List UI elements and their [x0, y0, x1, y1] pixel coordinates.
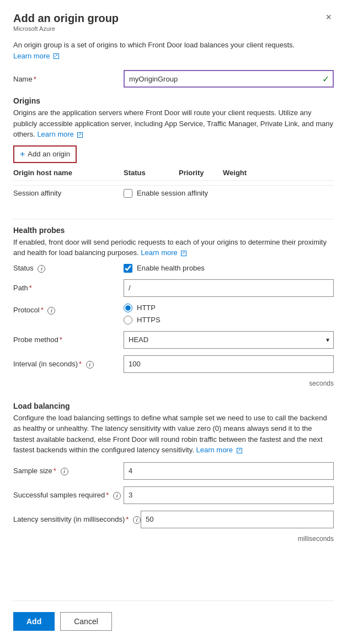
load-balancing-section: Load balancing Configure the load balanc… — [13, 402, 334, 548]
name-input[interactable] — [124, 70, 334, 88]
panel-header: Add an origin group Microsoft Azure × — [13, 11, 334, 39]
intro-description: An origin group is a set of origins to w… — [13, 40, 334, 61]
name-input-wrapper: ✓ — [124, 70, 334, 88]
origins-external-link-icon — [77, 132, 83, 138]
name-valid-checkmark: ✓ — [322, 74, 329, 84]
load-balancing-learn-more-link[interactable]: Learn more — [196, 446, 242, 454]
close-button[interactable]: × — [323, 11, 334, 23]
successful-samples-row: Successful samples required* i — [13, 486, 334, 504]
http-radio[interactable] — [124, 304, 132, 312]
session-affinity-checkbox[interactable] — [124, 189, 132, 198]
health-probes-section: Health probes If enabled, front door wil… — [13, 226, 334, 393]
name-label: Name* — [13, 75, 124, 83]
origins-description: Origins are the application servers wher… — [13, 107, 334, 140]
enable-health-probes-label: Enable health probes — [137, 264, 205, 272]
health-probes-description: If enabled, front door will send periodi… — [13, 237, 334, 258]
interval-unit: seconds — [13, 380, 334, 387]
https-radio[interactable] — [124, 316, 132, 324]
https-radio-row: HTTPS — [124, 316, 161, 324]
divider-1 — [13, 219, 334, 219]
plus-icon: + — [20, 149, 25, 159]
col-hostname: Origin host name — [13, 169, 124, 177]
col-status: Status — [124, 169, 179, 177]
probe-method-select[interactable]: HEAD GET — [124, 331, 334, 349]
sample-size-input[interactable] — [124, 462, 334, 480]
sample-size-info-icon[interactable]: i — [61, 468, 68, 475]
add-origin-group-panel: Add an origin group Microsoft Azure × An… — [0, 0, 347, 644]
add-button[interactable]: Add — [13, 612, 55, 631]
health-probes-external-link-icon — [181, 251, 186, 256]
origins-table-header: Origin host name Status Priority Weight — [13, 169, 334, 181]
session-affinity-checkbox-label: Enable session affinity — [137, 189, 208, 197]
health-probes-status-label: Status i — [13, 264, 124, 273]
session-affinity-label: Session affinity — [13, 189, 124, 197]
session-affinity-checkbox-row: Enable session affinity — [124, 189, 208, 198]
enable-health-probes-row: Enable health probes — [124, 264, 205, 273]
health-probes-status-row: Status i Enable health probes — [13, 264, 334, 273]
enable-health-probes-checkbox[interactable] — [124, 264, 132, 273]
health-probes-learn-more-link[interactable]: Learn more — [141, 248, 186, 257]
http-radio-row: HTTP — [124, 304, 161, 312]
name-field-row: Name* ✓ — [13, 70, 334, 88]
interval-input[interactable] — [124, 355, 334, 373]
protocol-info-icon[interactable]: i — [47, 307, 55, 315]
session-affinity-row: Session affinity Enable session affinity — [13, 185, 334, 201]
load-balancing-external-link-icon — [237, 448, 242, 453]
footer-buttons: Add Cancel — [13, 600, 334, 631]
interval-row: Interval (in seconds)* i — [13, 355, 334, 373]
latency-sensitivity-info-icon[interactable]: i — [133, 516, 141, 524]
sample-size-row: Sample size* i — [13, 462, 334, 480]
successful-samples-input[interactable] — [124, 486, 334, 504]
panel-title: Add an origin group Microsoft Azure — [13, 11, 119, 39]
latency-sensitivity-row: Latency sensitivity (in milliseconds)* i — [13, 511, 334, 528]
origins-section: Origins Origins are the application serv… — [13, 96, 334, 210]
add-origin-button[interactable]: + Add an origin — [13, 145, 77, 163]
successful-samples-info-icon[interactable]: i — [113, 492, 121, 500]
latency-sensitivity-input[interactable] — [141, 511, 334, 528]
path-row: Path* — [13, 279, 334, 297]
latency-unit: milliseconds — [13, 535, 334, 543]
external-link-icon — [54, 53, 59, 59]
col-weight: Weight — [223, 169, 247, 177]
interval-label: Interval (in seconds)* i — [13, 360, 124, 369]
protocol-radio-group: HTTP HTTPS — [124, 304, 161, 324]
interval-info-icon[interactable]: i — [86, 361, 94, 369]
path-label: Path* — [13, 284, 124, 292]
intro-learn-more-link[interactable]: Learn more — [13, 52, 59, 60]
https-label: HTTPS — [137, 316, 161, 324]
origins-title: Origins — [13, 96, 334, 105]
load-balancing-description: Configure the load balancing settings to… — [13, 413, 334, 456]
probe-method-row: Probe method* HEAD GET ▾ — [13, 331, 334, 349]
status-info-icon[interactable]: i — [38, 265, 45, 273]
health-probes-title: Health probes — [13, 226, 334, 235]
probe-method-label: Probe method* — [13, 335, 124, 344]
cancel-button[interactable]: Cancel — [60, 612, 112, 631]
protocol-label: Protocol* i — [13, 304, 124, 315]
protocol-row: Protocol* i HTTP HTTPS — [13, 304, 334, 324]
col-priority: Priority — [179, 169, 223, 177]
path-input[interactable] — [124, 279, 334, 297]
load-balancing-title: Load balancing — [13, 402, 334, 410]
probe-method-select-wrapper: HEAD GET ▾ — [124, 331, 334, 349]
sample-size-label: Sample size* i — [13, 467, 124, 475]
http-label: HTTP — [137, 304, 156, 312]
latency-sensitivity-label: Latency sensitivity (in milliseconds)* i — [13, 515, 141, 524]
origins-learn-more-link[interactable]: Learn more — [37, 130, 83, 138]
successful-samples-label: Successful samples required* i — [13, 491, 124, 500]
